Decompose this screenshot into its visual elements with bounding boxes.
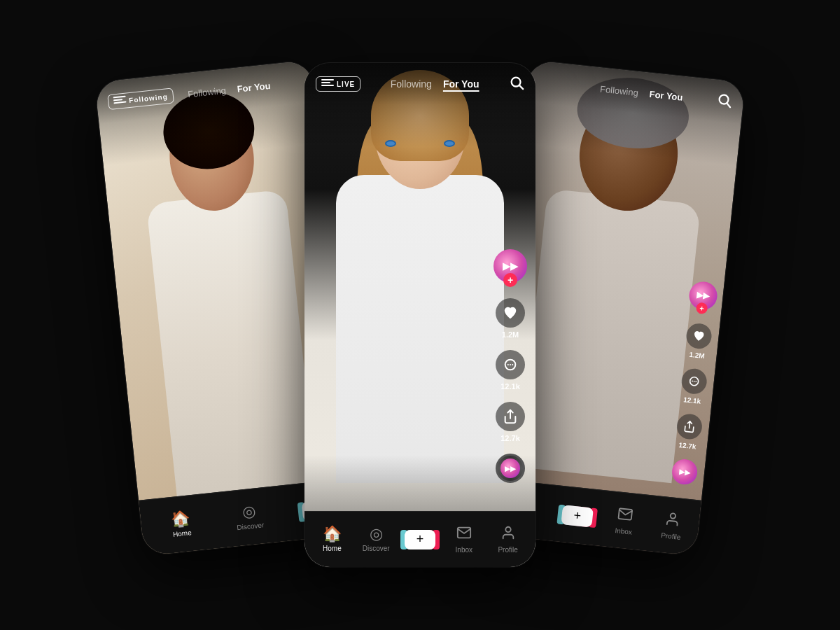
nav-profile-right[interactable]: Profile xyxy=(655,510,689,541)
side-actions-center: ▶▶ + 1.2M xyxy=(493,249,527,483)
svg-line-14 xyxy=(690,421,690,428)
nav-discover-left[interactable]: ◎ Discover xyxy=(233,503,267,531)
comment-icon-right xyxy=(680,368,708,396)
follow-plus-right[interactable]: + xyxy=(696,302,708,315)
like-button-right[interactable]: 1.2M xyxy=(684,322,713,360)
comment-button-right[interactable]: 12.1k xyxy=(679,368,708,405)
svg-point-11 xyxy=(692,381,693,382)
live-text-center: LIVE xyxy=(337,80,355,88)
svg-point-5 xyxy=(512,364,513,365)
discover-label-left: Discover xyxy=(237,521,265,531)
tab-for-you-left[interactable]: For You xyxy=(237,80,271,94)
tab-for-you-right[interactable]: For You xyxy=(649,88,683,102)
inbox-label-center: Inbox xyxy=(456,546,472,554)
nav-tabs-right: Following For You xyxy=(599,83,683,102)
svg-point-3 xyxy=(507,364,509,365)
plus-button-center[interactable]: + xyxy=(405,530,435,550)
profile-label-center: Profile xyxy=(498,546,517,554)
discover-label-center: Discover xyxy=(363,545,390,552)
follow-plus-center[interactable]: + xyxy=(503,273,517,287)
heart-icon-center xyxy=(496,298,525,328)
tab-following-center[interactable]: Following xyxy=(391,78,432,90)
profile-label-right: Profile xyxy=(661,531,681,541)
search-button-right[interactable] xyxy=(715,92,733,112)
share-count-center: 12.7k xyxy=(500,434,520,442)
profile-icon-right xyxy=(664,511,681,531)
music-disc-icon-right: ▶▶ xyxy=(671,458,699,486)
ff-icon-center: ▶▶ xyxy=(503,260,518,272)
search-button-center[interactable] xyxy=(509,75,524,94)
music-disc-inner-center: ▶▶ xyxy=(500,458,520,478)
phone-center-screen: LIVE Following For You ▶ xyxy=(304,63,536,567)
live-icon-center xyxy=(321,79,334,89)
top-bar-center: LIVE Following For You xyxy=(304,63,536,105)
music-disc-icon-center: ▶▶ xyxy=(496,454,525,483)
svg-point-13 xyxy=(695,381,696,382)
music-disc-center[interactable]: ▶▶ xyxy=(496,454,525,483)
live-text-left: Following xyxy=(129,92,169,104)
tab-following-left[interactable]: Following xyxy=(187,85,226,99)
phones-container: Following Following For You 🏠 Home ◎ Dis… xyxy=(105,28,735,602)
like-count-right: 1.2M xyxy=(689,351,705,360)
share-icon-right xyxy=(676,413,704,441)
svg-line-9 xyxy=(727,103,731,107)
profile-avatar-right[interactable]: ▶▶ + xyxy=(687,280,719,315)
tab-following-right[interactable]: Following xyxy=(599,83,638,98)
svg-point-7 xyxy=(505,527,510,532)
like-button-center[interactable]: 1.2M xyxy=(496,298,525,339)
like-count-center: 1.2M xyxy=(502,330,519,339)
comment-button-center[interactable]: 12.1k xyxy=(496,350,525,391)
discover-icon-left: ◎ xyxy=(241,503,256,520)
comment-count-center: 12.1k xyxy=(500,382,520,391)
inbox-icon-right xyxy=(617,505,634,525)
share-count-right: 12.7k xyxy=(678,441,696,451)
tab-for-you-center[interactable]: For You xyxy=(443,78,479,90)
nav-discover-center[interactable]: ◎ Discover xyxy=(360,526,391,552)
svg-line-1 xyxy=(519,85,523,89)
plus-center-center: + xyxy=(405,530,435,550)
home-icon-left: 🏠 xyxy=(171,510,191,528)
phone-center: LIVE Following For You ▶ xyxy=(304,63,536,567)
ff-icon-right: ▶▶ xyxy=(696,290,710,302)
comment-icon-center xyxy=(496,350,525,379)
nav-inbox-center[interactable]: Inbox xyxy=(449,525,479,554)
discover-icon-center: ◎ xyxy=(370,526,383,542)
profile-icon-center xyxy=(500,525,516,543)
nav-profile-center[interactable]: Profile xyxy=(493,525,524,554)
inbox-label-right: Inbox xyxy=(615,526,632,536)
live-badge-center: LIVE xyxy=(316,76,360,92)
nav-inbox-right[interactable]: Inbox xyxy=(608,505,641,536)
home-icon-center: 🏠 xyxy=(323,526,342,542)
comment-count-right: 12.1k xyxy=(683,396,701,405)
spacer-right xyxy=(538,82,566,85)
nav-plus-center[interactable]: + xyxy=(405,530,435,550)
plus-button-right[interactable]: + xyxy=(561,505,594,527)
svg-point-15 xyxy=(670,513,676,519)
spacer-left xyxy=(285,82,302,84)
home-label-center: Home xyxy=(323,545,342,552)
nav-plus-right[interactable]: + xyxy=(561,505,594,527)
share-button-center[interactable]: 12.7k xyxy=(496,402,525,442)
center-body xyxy=(336,175,504,483)
share-icon-center xyxy=(496,402,525,431)
heart-icon-right xyxy=(685,322,713,350)
nav-home-center[interactable]: 🏠 Home xyxy=(316,526,347,552)
live-badge-left: Following xyxy=(107,88,174,110)
live-icon-left xyxy=(113,96,127,107)
music-disc-right[interactable]: ▶▶ xyxy=(671,458,699,486)
profile-avatar-center[interactable]: ▶▶ + xyxy=(493,249,527,287)
plus-center-right: + xyxy=(561,505,594,527)
inbox-icon-center xyxy=(456,525,472,543)
bottom-nav-center: 🏠 Home ◎ Discover + xyxy=(304,511,536,567)
svg-point-4 xyxy=(510,364,511,365)
home-label-left: Home xyxy=(172,528,192,538)
nav-tabs-center: Following For You xyxy=(391,78,479,90)
svg-point-12 xyxy=(694,381,695,382)
share-button-right[interactable]: 12.7k xyxy=(675,413,704,451)
nav-home-left[interactable]: 🏠 Home xyxy=(164,510,198,538)
nav-tabs-left: Following For You xyxy=(187,80,271,99)
